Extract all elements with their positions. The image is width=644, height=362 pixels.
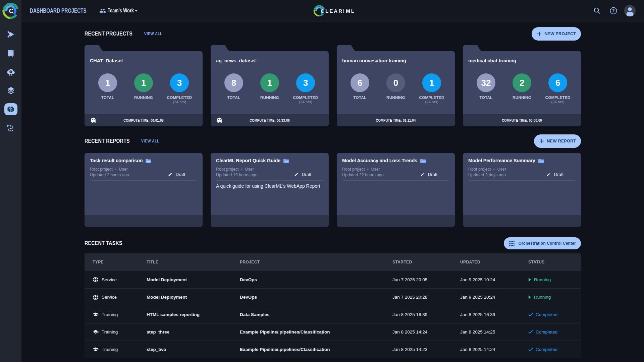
svg-text:C: C bbox=[9, 7, 14, 14]
svg-text:?: ? bbox=[612, 8, 614, 13]
